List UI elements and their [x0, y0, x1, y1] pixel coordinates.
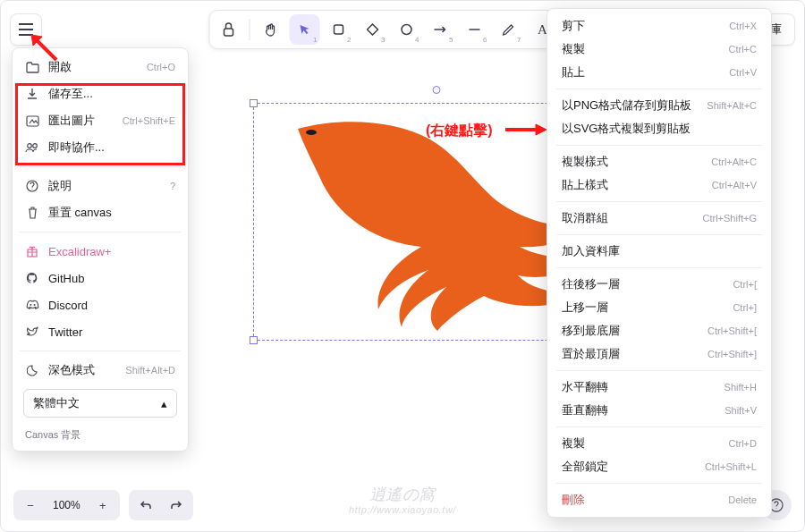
ctx-以PNG格式儲存到剪貼板[interactable]: 以PNG格式儲存到剪貼板Shift+Alt+C	[551, 94, 767, 117]
undo-redo-controls	[129, 490, 193, 520]
tool-lock[interactable]	[214, 14, 244, 45]
context-menu: 剪下Ctrl+X複製Ctrl+C貼上Ctrl+V以PNG格式儲存到剪貼板Shif…	[547, 8, 772, 518]
ctx-上移一層[interactable]: 上移一層Ctrl+]	[551, 296, 767, 319]
menu-saveas[interactable]: 儲存至...	[18, 80, 182, 107]
people-icon	[25, 140, 39, 155]
square-icon	[333, 23, 345, 36]
github-icon	[25, 271, 39, 285]
ctx-往後移一層[interactable]: 往後移一層Ctrl+[	[551, 273, 767, 296]
menu-reset[interactable]: 重置 canvas	[18, 199, 182, 226]
zoom-controls: − 100% +	[13, 490, 120, 520]
menu-github[interactable]: GitHub	[18, 265, 182, 291]
gift-icon	[25, 244, 39, 258]
tool-draw[interactable]: 7	[494, 14, 524, 45]
ctx-刪除[interactable]: 刪除Delete	[551, 488, 767, 511]
lock-icon	[223, 22, 235, 37]
ctx-水平翻轉[interactable]: 水平翻轉Shift+H	[551, 376, 767, 399]
tool-rectangle[interactable]: 2	[324, 14, 354, 45]
zoom-out-button[interactable]: −	[15, 492, 46, 519]
zoom-value[interactable]: 100%	[46, 499, 88, 511]
ctx-複製[interactable]: 複製Ctrl+D	[551, 432, 767, 455]
circle-icon	[401, 23, 413, 36]
ctx-貼上樣式[interactable]: 貼上樣式Ctrl+Alt+V	[551, 173, 767, 197]
ctx-取消群組[interactable]: 取消群組Ctrl+Shift+G	[551, 207, 767, 230]
annotation-text: (右鍵點擊)	[426, 122, 493, 140]
svg-point-17	[33, 304, 35, 306]
language-select[interactable]: 繁體中文 ▴	[23, 389, 177, 418]
tool-arrow[interactable]: 5	[426, 14, 456, 45]
ctx-複製[interactable]: 複製Ctrl+C	[551, 38, 767, 61]
arrow-icon	[434, 25, 448, 34]
svg-rect-2	[335, 25, 343, 34]
hand-icon	[264, 22, 278, 37]
menu-excalidraw-plus[interactable]: Excalidraw+	[18, 238, 182, 265]
svg-rect-1	[225, 29, 233, 36]
help-icon	[25, 179, 39, 193]
line-icon	[469, 28, 481, 31]
annotation-arrow-hamburger	[28, 31, 64, 67]
download-icon	[25, 87, 39, 101]
annotation-arrow-context	[504, 122, 548, 138]
tool-diamond[interactable]: 3	[358, 14, 388, 45]
ctx-全部鎖定[interactable]: 全部鎖定Ctrl+Shift+L	[551, 455, 767, 478]
menu-discord[interactable]: Discord	[18, 291, 182, 318]
menu-export[interactable]: 匯出圖片 Ctrl+Shift+E	[18, 107, 182, 134]
resize-handle-bl[interactable]	[250, 336, 258, 344]
redo-button[interactable]	[161, 492, 191, 519]
svg-point-16	[30, 304, 31, 306]
tool-palette: 1 2 3 4 5 6 7 A8 9	[209, 10, 597, 49]
ctx-複製樣式[interactable]: 複製樣式Ctrl+Alt+C	[551, 150, 767, 173]
menu-twitter[interactable]: Twitter	[18, 318, 182, 345]
menu-help[interactable]: 說明 ?	[18, 173, 182, 199]
twitter-icon	[25, 325, 39, 339]
export-icon	[25, 114, 39, 128]
zoom-in-button[interactable]: +	[88, 492, 118, 519]
tool-line[interactable]: 6	[460, 14, 490, 45]
chevron-up-icon: ▴	[161, 397, 167, 410]
ctx-以SVG格式複製到剪貼板[interactable]: 以SVG格式複製到剪貼板	[551, 117, 767, 140]
canvas-bg-heading: Canvas 背景	[18, 421, 182, 445]
svg-point-12	[28, 144, 32, 148]
menu-dark-mode[interactable]: 深色模式 Shift+Alt+D	[18, 357, 182, 384]
svg-point-3	[402, 25, 411, 35]
tool-hand[interactable]	[256, 14, 286, 45]
diamond-icon	[367, 23, 379, 36]
moon-icon	[25, 363, 39, 377]
svg-point-13	[33, 144, 38, 148]
watermark: 逍遙の窩 http://www.xiaoyao.tw/	[349, 486, 456, 515]
pencil-icon	[503, 23, 515, 36]
tool-ellipse[interactable]: 4	[392, 14, 422, 45]
tool-select[interactable]: 1	[290, 14, 320, 45]
main-menu: 開啟 Ctrl+O 儲存至... 匯出圖片 Ctrl+Shift+E 即時協作.…	[12, 47, 189, 452]
cursor-icon	[299, 23, 311, 36]
ctx-垂直翻轉[interactable]: 垂直翻轉Shift+V	[551, 399, 767, 422]
ctx-剪下[interactable]: 剪下Ctrl+X	[551, 14, 767, 38]
ctx-加入資料庫[interactable]: 加入資料庫	[551, 240, 767, 263]
resize-handle-tl[interactable]	[250, 99, 258, 107]
undo-button[interactable]	[131, 492, 161, 519]
language-value: 繁體中文	[33, 395, 80, 411]
bottom-left-controls: − 100% +	[13, 490, 193, 520]
ctx-置於最頂層[interactable]: 置於最頂層Ctrl+Shift+]	[551, 342, 767, 366]
menu-collab[interactable]: 即時協作...	[18, 134, 182, 161]
rotate-handle[interactable]	[433, 86, 441, 94]
svg-point-0	[306, 130, 317, 135]
ctx-貼上[interactable]: 貼上Ctrl+V	[551, 61, 767, 84]
discord-icon	[25, 298, 39, 312]
trash-icon	[25, 206, 39, 220]
ctx-移到最底層[interactable]: 移到最底層Ctrl+Shift+[	[551, 319, 767, 342]
